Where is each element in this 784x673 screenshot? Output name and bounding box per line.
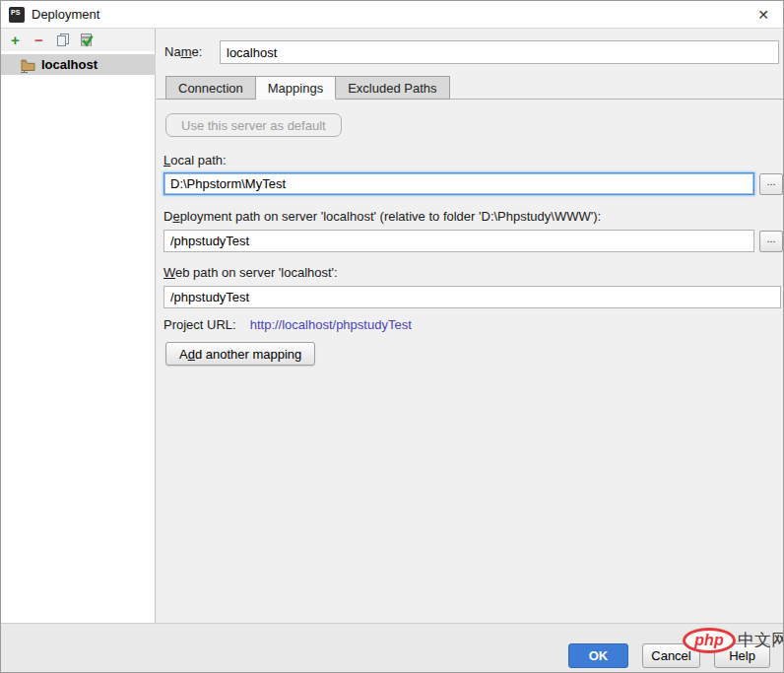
remove-server-button[interactable]: − xyxy=(32,33,46,47)
project-url-label: Project URL: xyxy=(163,317,236,332)
deployment-path-label: Deployment path on server 'localhost' (r… xyxy=(163,209,601,225)
local-path-label: Local path: xyxy=(163,153,227,168)
tab-mappings[interactable]: Mappings xyxy=(256,76,336,100)
add-server-button[interactable]: + xyxy=(8,33,23,47)
php-cn-watermark: php 中文网 xyxy=(683,628,784,653)
local-path-input[interactable] xyxy=(163,172,754,195)
phpstorm-logo-icon: PS xyxy=(9,7,25,23)
browse-local-path-button[interactable]: ... xyxy=(759,173,783,195)
name-label: Name: xyxy=(164,40,202,64)
php-logo-icon: php xyxy=(683,628,736,653)
name-input[interactable] xyxy=(220,40,779,64)
server-list-toolbar: + − xyxy=(1,29,155,51)
server-name-label: localhost xyxy=(41,57,98,72)
close-icon[interactable]: ✕ xyxy=(753,5,773,25)
tab-excluded-paths[interactable]: Excluded Paths xyxy=(336,76,449,100)
title-bar: PS Deployment ✕ xyxy=(1,1,783,29)
tab-connection[interactable]: Connection xyxy=(165,76,256,100)
copy-server-icon[interactable] xyxy=(55,33,70,47)
server-list-panel: + − xyxy=(1,29,156,623)
web-path-input[interactable] xyxy=(163,286,781,308)
web-path-label: Web path on server 'localhost': xyxy=(163,265,338,281)
browse-deployment-path-button[interactable]: ... xyxy=(759,231,783,252)
use-as-default-server-icon[interactable] xyxy=(79,33,94,47)
use-server-as-default-button: Use this server as default xyxy=(165,113,342,137)
server-settings-panel: Name: Connection Mappings Excluded Paths… xyxy=(157,29,784,623)
remote-folder-icon xyxy=(20,57,36,73)
watermark-text: 中文网 xyxy=(738,629,784,651)
deployment-path-input[interactable] xyxy=(163,230,754,252)
dialog-button-bar: OK Cancel Help xyxy=(1,623,784,673)
deployment-dialog: PS Deployment ✕ + − xyxy=(0,0,784,673)
settings-tabs: Connection Mappings Excluded Paths xyxy=(165,76,450,100)
add-another-mapping-button[interactable]: Add another mapping xyxy=(165,342,315,366)
dialog-title: Deployment xyxy=(32,7,99,22)
project-url-link[interactable]: http://localhost/phpstudyTest xyxy=(250,317,412,332)
server-tree-item-localhost[interactable]: localhost xyxy=(1,54,156,75)
ok-button[interactable]: OK xyxy=(568,643,628,668)
